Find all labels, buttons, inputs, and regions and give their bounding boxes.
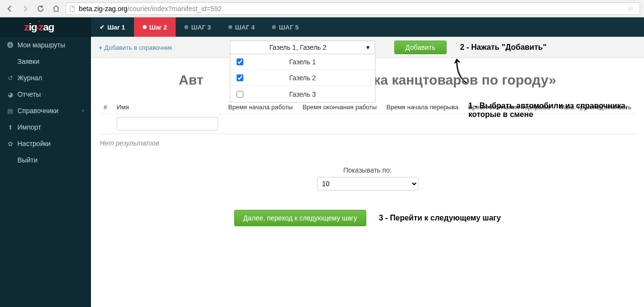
list-icon: ▤ — [7, 107, 14, 115]
dashboard-icon: 🅐 — [7, 42, 14, 49]
annotation-2: 2 - Нажать "Добавить" — [460, 43, 547, 52]
steps-bar: ✔Шаг 1 Шаг 2 ШАГ 3 ШАГ 4 ШАГ 5 — [91, 17, 644, 37]
col-name[interactable]: Имя — [112, 101, 223, 114]
toolbar: + Добавить в справочник Газель 1, Газель… — [91, 37, 644, 58]
logo: zigˇ-zag — [0, 17, 91, 37]
plus-icon: + — [99, 44, 103, 51]
svg-rect-0 — [70, 6, 74, 11]
step-5[interactable]: ШАГ 5 — [263, 17, 307, 37]
option-label: Газель 1 — [250, 58, 375, 66]
option-checkbox[interactable] — [237, 74, 243, 81]
sidebar-item-reports[interactable]: ◕Отчеты — [0, 86, 91, 102]
dot-icon — [143, 25, 147, 29]
browser-chrome: beta.zig-zag.org/courier/index?manifest_… — [0, 0, 644, 17]
dot-icon — [272, 25, 276, 29]
annotation-1: 1 - Выбрать автомобили из справочника, к… — [468, 102, 644, 119]
sidebar-item-routes[interactable]: 🅐Мои маршруты — [0, 37, 91, 53]
caret-down-icon: ▼ — [365, 44, 371, 50]
next-step-button[interactable]: Далее, переход к следующему шагу — [234, 210, 366, 226]
piechart-icon: ◕ — [7, 91, 14, 98]
dropdown-value: Газель 1, Газель 2 — [270, 44, 327, 51]
sidebar-item-directories[interactable]: ▤Справочники▾ — [0, 102, 91, 119]
col-work-end[interactable]: Время окончания работы — [298, 101, 382, 114]
check-icon: ✔ — [100, 24, 105, 30]
sidebar-item-journal[interactable]: ↺Журнал — [0, 70, 91, 86]
add-to-directory-link[interactable]: + Добавить в справочник — [99, 44, 172, 51]
option-checkbox[interactable] — [237, 91, 243, 98]
gear-icon: ✿ — [7, 140, 14, 147]
dropdown-option[interactable]: Газель 2 — [230, 70, 375, 86]
add-button[interactable]: Добавить — [394, 41, 447, 54]
dot-icon — [228, 25, 232, 29]
page-icon — [69, 5, 76, 12]
page-size-select[interactable]: 10 — [317, 177, 419, 190]
sidebar-item-import[interactable]: ⬆Импорт — [0, 119, 91, 135]
address-bar[interactable]: beta.zig-zag.org/courier/index?manifest_… — [66, 2, 640, 15]
col-work-start[interactable]: Время начала работы — [224, 101, 298, 114]
forward-button[interactable] — [19, 3, 31, 15]
reload-button[interactable] — [35, 3, 46, 15]
chevron-down-icon: ▾ — [82, 108, 84, 113]
bookmark-star-icon[interactable]: ☆ — [624, 4, 637, 13]
sidebar-item-requests[interactable]: Заявки — [0, 53, 91, 70]
share-icon: ↺ — [7, 74, 14, 82]
option-label: Газель 2 — [250, 74, 375, 82]
url-text: beta.zig-zag.org/courier/index?manifest_… — [79, 5, 621, 13]
upload-icon: ⬆ — [7, 124, 14, 131]
home-button[interactable] — [50, 3, 62, 15]
step-2[interactable]: Шаг 2 — [134, 17, 176, 37]
sidebar: zigˇ-zag 🅐Мои маршруты Заявки ↺Журнал ◕О… — [0, 17, 91, 307]
back-button[interactable] — [4, 3, 15, 15]
col-num[interactable]: # — [99, 101, 112, 114]
dropdown-option[interactable]: Газель 3 — [230, 86, 375, 102]
sidebar-item-settings[interactable]: ✿Настройки — [0, 135, 91, 152]
filter-name-input[interactable] — [117, 117, 218, 131]
pager: Показывать по: 10 — [99, 166, 636, 190]
annotation-3: 3 - Перейти к следующему шагу — [379, 214, 501, 222]
step-4[interactable]: ШАГ 4 — [220, 17, 264, 37]
option-label: Газель 3 — [250, 90, 375, 98]
pager-label: Показывать по: — [99, 166, 636, 174]
dot-icon — [184, 25, 188, 29]
col-break-start[interactable]: Время начала перерыва — [382, 101, 464, 114]
step-3[interactable]: ШАГ 3 — [176, 17, 220, 37]
vehicles-dropdown-menu: Газель 1 Газель 2 Газель 3 — [230, 54, 375, 102]
dropdown-option[interactable]: Газель 1 — [230, 54, 375, 70]
vehicles-dropdown[interactable]: Газель 1, Газель 2 ▼ — [230, 41, 375, 54]
no-results-text: Нет результатов. — [99, 134, 636, 161]
step-1[interactable]: ✔Шаг 1 — [91, 17, 134, 37]
sidebar-item-logout[interactable]: Выйти — [0, 152, 91, 168]
option-checkbox[interactable] — [237, 58, 243, 65]
